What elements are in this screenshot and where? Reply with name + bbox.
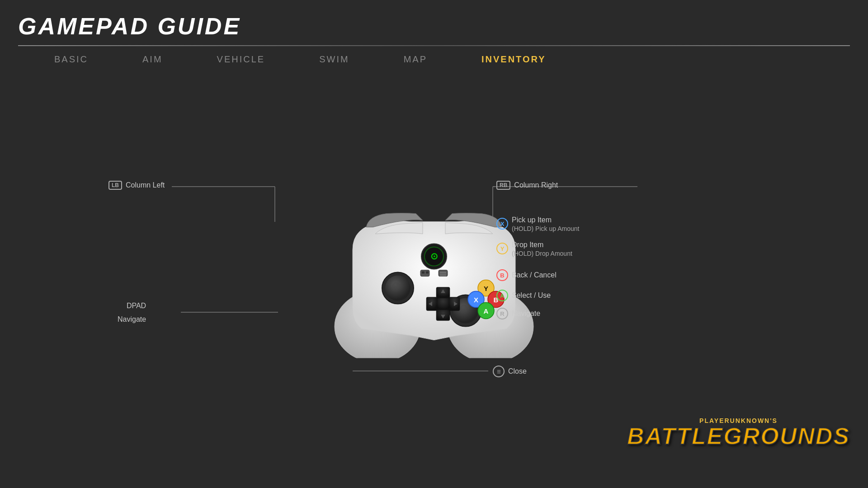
svg-rect-20 bbox=[422, 272, 425, 274]
tab-swim[interactable]: SWIM bbox=[292, 54, 376, 65]
rb-badge: RB bbox=[496, 181, 510, 190]
lb-badge: LB bbox=[108, 181, 122, 190]
column-right-label: RB Column Right bbox=[496, 180, 558, 190]
svg-rect-22 bbox=[439, 270, 448, 277]
svg-point-31 bbox=[460, 305, 467, 312]
controller-image: ⊙ bbox=[307, 169, 561, 358]
a-button-badge: A bbox=[496, 290, 508, 301]
x-button-badge: X bbox=[496, 218, 508, 230]
b-button-label: B Back / Cancel bbox=[496, 269, 557, 281]
header: GAMEPAD GUIDE bbox=[0, 0, 868, 46]
y-button-label: Y Drop Item (HOLD) Drop Amount bbox=[496, 240, 572, 257]
svg-text:Y: Y bbox=[484, 285, 488, 292]
a-button-label: A Select / Use bbox=[496, 290, 551, 301]
pubg-battlegrounds-text: BATTLEGROUNDS bbox=[627, 424, 850, 448]
r-stick-label: R Navigate bbox=[496, 308, 540, 319]
close-badge: ☰ bbox=[493, 366, 505, 377]
column-left-label: Column Left LB bbox=[108, 180, 165, 190]
svg-rect-21 bbox=[426, 272, 429, 274]
main-content: ⊙ bbox=[0, 73, 868, 461]
b-button-badge: B bbox=[496, 269, 508, 281]
nav-tabs: BASIC AIM VEHICLE SWIM MAP INVENTORY bbox=[0, 46, 868, 73]
tab-inventory[interactable]: INVENTORY bbox=[454, 54, 573, 65]
close-label: ☰ Close bbox=[493, 366, 527, 377]
svg-text:A: A bbox=[484, 307, 489, 315]
dpad-navigate-label: DPAD Navigate bbox=[118, 301, 146, 325]
svg-text:⊙: ⊙ bbox=[430, 251, 438, 261]
svg-rect-32 bbox=[436, 297, 450, 311]
tab-vehicle[interactable]: VEHICLE bbox=[190, 54, 292, 65]
tab-basic[interactable]: BASIC bbox=[18, 54, 115, 65]
r-stick-badge: R bbox=[496, 308, 508, 319]
svg-point-28 bbox=[392, 282, 400, 290]
y-button-badge: Y bbox=[496, 243, 508, 254]
tab-map[interactable]: MAP bbox=[377, 54, 454, 65]
pubg-logo: PLAYERUNKNOWN'S BATTLEGROUNDS bbox=[627, 417, 850, 448]
tab-aim[interactable]: AIM bbox=[115, 54, 190, 65]
page-title: GAMEPAD GUIDE bbox=[18, 13, 850, 40]
svg-text:X: X bbox=[474, 296, 478, 304]
x-button-label: X Pick up Item (HOLD) Pick up Amount bbox=[496, 215, 579, 232]
